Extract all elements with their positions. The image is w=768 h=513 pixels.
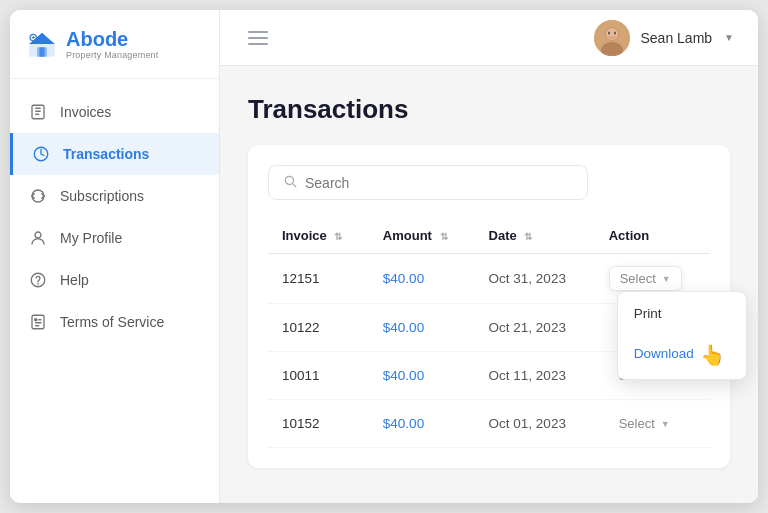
sidebar-item-my-profile[interactable]: My Profile	[10, 217, 219, 259]
sidebar-item-invoices[interactable]: Invoices	[10, 91, 219, 133]
help-icon	[28, 270, 48, 290]
select-label: Select	[619, 416, 655, 431]
cell-date: Oct 11, 2023	[475, 352, 595, 400]
sidebar-item-subscriptions[interactable]: Subscriptions	[10, 175, 219, 217]
chevron-down-icon: ▼	[724, 32, 734, 43]
cell-date: Oct 21, 2023	[475, 304, 595, 352]
sidebar-item-help[interactable]: Help	[10, 259, 219, 301]
sort-amount-icon: ⇅	[440, 231, 448, 242]
cell-action: Select ▼ Print Download	[595, 254, 710, 304]
transactions-card: Invoice ⇅ Amount ⇅ Date ⇅ Action	[248, 145, 730, 468]
action-wrapper: Select ▼ Print Download	[609, 266, 696, 291]
profile-icon	[28, 228, 48, 248]
cell-amount: $40.00	[369, 304, 475, 352]
sidebar-item-transactions[interactable]: Transactions	[10, 133, 219, 175]
col-action: Action	[595, 218, 710, 254]
app-window: Abode Property Management Invoices	[10, 10, 758, 503]
transactions-table: Invoice ⇅ Amount ⇅ Date ⇅ Action	[268, 218, 710, 448]
search-input[interactable]	[305, 175, 573, 191]
sort-invoice-icon: ⇅	[334, 231, 342, 242]
main-content: Sean Lamb ▼ Transactions	[220, 10, 758, 503]
select-chevron-icon: ▼	[661, 419, 670, 429]
svg-line-17	[293, 184, 296, 187]
header: Sean Lamb ▼	[220, 10, 758, 66]
cell-invoice: 10011	[268, 352, 369, 400]
select-chevron-icon: ▼	[662, 274, 671, 284]
sidebar: Abode Property Management Invoices	[10, 10, 220, 503]
cell-action: Select ▼	[595, 400, 710, 448]
svg-rect-8	[32, 315, 44, 329]
sidebar-item-help-label: Help	[60, 272, 89, 288]
table-body: 12151 $40.00 Oct 31, 2023 Select ▼	[268, 254, 710, 448]
sidebar-logo: Abode Property Management	[10, 10, 219, 79]
select-button-row1[interactable]: Select ▼	[609, 266, 682, 291]
select-label: Select	[620, 271, 656, 286]
svg-rect-2	[40, 47, 45, 57]
cursor-icon: 👆	[700, 343, 725, 367]
cell-invoice: 10152	[268, 400, 369, 448]
sidebar-item-terms-label: Terms of Service	[60, 314, 164, 330]
svg-point-6	[35, 232, 41, 238]
cell-amount: $40.00	[369, 254, 475, 304]
sidebar-nav: Invoices Transactions	[10, 79, 219, 503]
hamburger-line-1	[248, 31, 268, 33]
cell-invoice: 12151	[268, 254, 369, 304]
sidebar-item-invoices-label: Invoices	[60, 104, 111, 120]
svg-point-15	[614, 31, 616, 34]
table-header: Invoice ⇅ Amount ⇅ Date ⇅ Action	[268, 218, 710, 254]
page-body: Transactions	[220, 66, 758, 503]
print-label: Print	[634, 306, 662, 321]
col-date[interactable]: Date ⇅	[475, 218, 595, 254]
cell-date: Oct 31, 2023	[475, 254, 595, 304]
table-row: 10152 $40.00 Oct 01, 2023 Select ▼	[268, 400, 710, 448]
dropdown-item-print[interactable]: Print	[618, 296, 746, 331]
cell-invoice: 10122	[268, 304, 369, 352]
search-icon	[283, 174, 297, 191]
logo-title: Abode	[66, 28, 158, 50]
logo-icon	[26, 28, 58, 60]
svg-point-9	[35, 319, 37, 321]
subscriptions-icon	[28, 186, 48, 206]
page-title: Transactions	[248, 94, 730, 125]
svg-rect-4	[32, 105, 44, 119]
terms-icon	[28, 312, 48, 332]
sidebar-item-my-profile-label: My Profile	[60, 230, 122, 246]
hamburger-line-2	[248, 37, 268, 39]
hamburger-line-3	[248, 43, 268, 45]
select-button-row4[interactable]: Select ▼	[609, 412, 680, 435]
svg-point-14	[608, 31, 610, 34]
logo-text: Abode Property Management	[66, 28, 158, 60]
invoice-icon	[28, 102, 48, 122]
logo-subtitle: Property Management	[66, 50, 158, 60]
dropdown-item-download[interactable]: Download 👆	[618, 331, 746, 375]
sidebar-item-transactions-label: Transactions	[63, 146, 149, 162]
avatar	[594, 20, 630, 56]
sort-date-icon: ⇅	[524, 231, 532, 242]
cell-amount: $40.00	[369, 400, 475, 448]
action-dropdown: Print Download 👆	[617, 291, 747, 380]
col-invoice[interactable]: Invoice ⇅	[268, 218, 369, 254]
cell-date: Oct 01, 2023	[475, 400, 595, 448]
sidebar-item-terms[interactable]: Terms of Service	[10, 301, 219, 343]
hamburger-button[interactable]	[244, 27, 272, 49]
col-amount[interactable]: Amount ⇅	[369, 218, 475, 254]
user-menu[interactable]: Sean Lamb ▼	[594, 20, 734, 56]
sidebar-item-subscriptions-label: Subscriptions	[60, 188, 144, 204]
search-bar[interactable]	[268, 165, 588, 200]
cell-amount: $40.00	[369, 352, 475, 400]
table-row: 12151 $40.00 Oct 31, 2023 Select ▼	[268, 254, 710, 304]
transactions-icon	[31, 144, 51, 164]
user-name: Sean Lamb	[640, 30, 712, 46]
download-label: Download	[634, 346, 694, 361]
